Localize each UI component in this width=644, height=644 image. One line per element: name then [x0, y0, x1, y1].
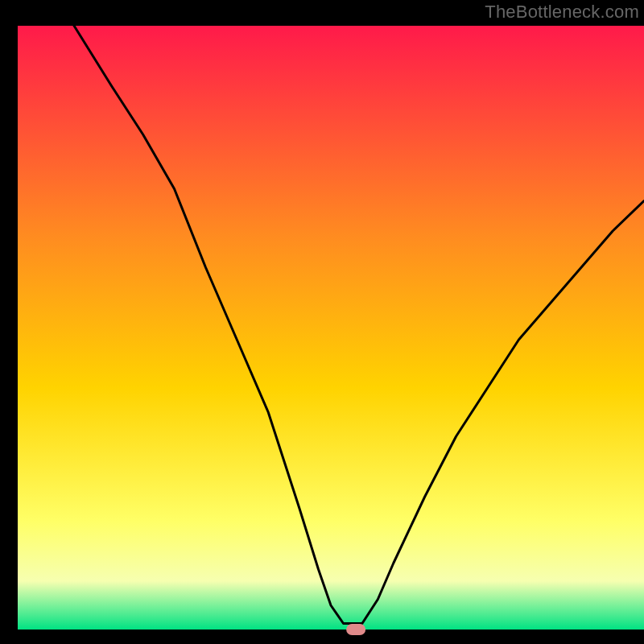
plot-svg	[0, 0, 644, 644]
optimal-marker	[346, 624, 365, 635]
bottleneck-chart: TheBottleneck.com	[0, 0, 644, 644]
chart-background	[18, 26, 644, 630]
watermark-label: TheBottleneck.com	[485, 2, 639, 23]
